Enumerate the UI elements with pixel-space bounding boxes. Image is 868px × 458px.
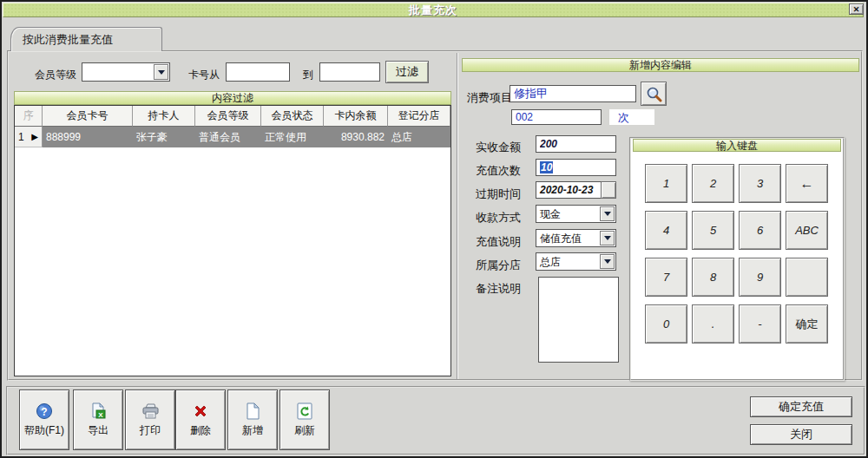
chevron-down-icon[interactable] <box>154 64 168 80</box>
cell-holder: 张子豪 <box>133 127 195 147</box>
tab-batch-recharge[interactable]: 按此消费批量充值 <box>10 27 162 51</box>
times-label: 充值次数 <box>476 163 521 179</box>
toolbar-button-label: 新增 <box>242 423 263 438</box>
times-selected-text: 10 <box>540 161 553 173</box>
col-level: 会员等级 <box>195 106 261 127</box>
branch-select[interactable]: 总店 <box>536 252 616 271</box>
consume-item-input[interactable] <box>510 85 636 102</box>
filter-button[interactable]: 过滤 <box>385 61 429 83</box>
toolbar-button-label: 打印 <box>140 423 161 438</box>
key-abc[interactable]: ABC <box>786 211 828 250</box>
table-header-row: 序 会员卡号 持卡人 会员等级 会员状态 卡内余额 登记分店 <box>15 106 450 127</box>
unit-label: 次 <box>609 109 654 125</box>
export-icon: X <box>89 402 108 421</box>
consume-item-label: 消费项目 <box>467 90 512 106</box>
card-to-input[interactable] <box>319 62 380 82</box>
key-5[interactable]: 5 <box>692 211 734 250</box>
help-button[interactable]: ? 帮助(F1) <box>19 389 69 450</box>
row-marker-icon: ▶ <box>31 132 38 141</box>
help-icon: ? <box>35 402 54 421</box>
recharge-desc-label: 充值说明 <box>476 234 521 250</box>
remark-label: 备注说明 <box>476 281 521 297</box>
print-icon <box>141 402 160 421</box>
chevron-down-icon[interactable] <box>600 231 615 245</box>
key-confirm[interactable]: 确定 <box>786 304 828 344</box>
col-branch: 登记分店 <box>388 106 450 127</box>
cell-branch: 总店 <box>388 127 450 147</box>
member-level-label: 会员等级 <box>35 68 76 82</box>
delete-button[interactable]: 删除 <box>175 389 226 450</box>
key-2[interactable]: 2 <box>692 164 734 203</box>
edit-header-bar: 新增内容编辑 <box>462 58 859 72</box>
title-bar: 批量充次 <box>3 3 864 17</box>
export-button[interactable]: X 导出 <box>73 389 123 450</box>
backspace-icon[interactable]: ← <box>786 164 828 203</box>
tab-label: 按此消费批量充值 <box>23 32 113 48</box>
toolbar-button-label: 帮助(F1) <box>24 423 64 438</box>
chevron-down-icon[interactable] <box>600 206 615 221</box>
branch-label: 所属分店 <box>476 258 521 273</box>
chevron-down-icon[interactable] <box>600 254 615 269</box>
search-button[interactable] <box>641 82 667 106</box>
key-3[interactable]: 3 <box>739 164 781 203</box>
payment-select[interactable]: 现金 <box>536 205 616 223</box>
col-holder: 持卡人 <box>133 106 195 127</box>
times-input[interactable]: 10 <box>536 159 616 176</box>
card-from-input[interactable] <box>226 62 290 82</box>
payment-label: 收款方式 <box>476 210 521 226</box>
col-card-no: 会员卡号 <box>43 106 133 127</box>
cell-balance: 8930.882 <box>324 127 388 147</box>
amount-input[interactable] <box>536 135 616 153</box>
member-table: 序 会员卡号 持卡人 会员等级 会员状态 卡内余额 登记分店 1 ▶ 88899… <box>14 105 451 376</box>
item-code-input[interactable] <box>511 109 602 125</box>
payment-value: 现金 <box>540 207 561 222</box>
toolbar-button-label: 刷新 <box>294 423 315 438</box>
refresh-button[interactable]: 刷新 <box>279 389 330 450</box>
branch-value: 总店 <box>540 255 561 270</box>
key-blank[interactable] <box>786 258 828 297</box>
table-row[interactable]: 1 ▶ 888999 张子豪 普通会员 正常使用 8930.882 总店 <box>15 127 450 147</box>
confirm-recharge-button[interactable]: 确定充值 <box>750 396 852 417</box>
col-index: 序 <box>15 106 43 127</box>
close-button[interactable]: 关闭 <box>750 424 852 445</box>
svg-text:X: X <box>98 411 103 419</box>
print-button[interactable]: 打印 <box>125 389 175 450</box>
amount-label: 实收金额 <box>476 140 521 155</box>
key-minus[interactable]: - <box>739 304 781 344</box>
key-7[interactable]: 7 <box>645 258 687 297</box>
toolbar-button-label: 删除 <box>190 423 211 438</box>
panel-divider <box>457 53 458 379</box>
key-0[interactable]: 0 <box>645 304 687 344</box>
recharge-desc-select[interactable]: 储值充值 <box>536 229 616 247</box>
window-title: 批量充次 <box>409 3 457 18</box>
list-header-bar: 内容过滤 <box>14 91 451 105</box>
col-balance: 卡内余额 <box>324 106 388 127</box>
cell-status: 正常使用 <box>261 127 324 147</box>
key-6[interactable]: 6 <box>739 211 781 250</box>
member-level-select[interactable] <box>82 62 170 82</box>
refresh-icon <box>295 402 314 421</box>
row-index-cell: 1 ▶ <box>15 127 43 147</box>
batch-recharge-dialog: 批量充次 ✕ 按此消费批量充值 会员等级 卡号从 到 过滤 内容过滤 序 会员卡… <box>0 0 868 458</box>
svg-text:?: ? <box>41 406 47 418</box>
cell-level: 普通会员 <box>195 127 261 147</box>
search-icon <box>644 84 663 103</box>
keypad-header-bar: 输入键盘 <box>633 139 841 152</box>
toolbar-button-label: 导出 <box>88 423 108 438</box>
key-1[interactable]: 1 <box>645 164 687 203</box>
col-status: 会员状态 <box>261 106 324 127</box>
expire-label: 过期时间 <box>476 186 521 202</box>
close-icon[interactable]: ✕ <box>849 3 864 15</box>
key-4[interactable]: 4 <box>645 211 687 250</box>
new-document-icon <box>243 402 262 421</box>
cell-card-no: 888999 <box>43 127 133 147</box>
key-9[interactable]: 9 <box>739 258 781 297</box>
date-picker-button[interactable] <box>601 181 616 199</box>
to-label: 到 <box>303 68 313 82</box>
key-8[interactable]: 8 <box>692 258 734 297</box>
remark-textarea[interactable] <box>538 277 619 363</box>
recharge-desc-value: 储值充值 <box>540 232 582 246</box>
key-dot[interactable]: . <box>692 304 734 344</box>
expire-date-field[interactable]: 2020-10-23 <box>536 181 602 199</box>
new-button[interactable]: 新增 <box>227 389 278 450</box>
